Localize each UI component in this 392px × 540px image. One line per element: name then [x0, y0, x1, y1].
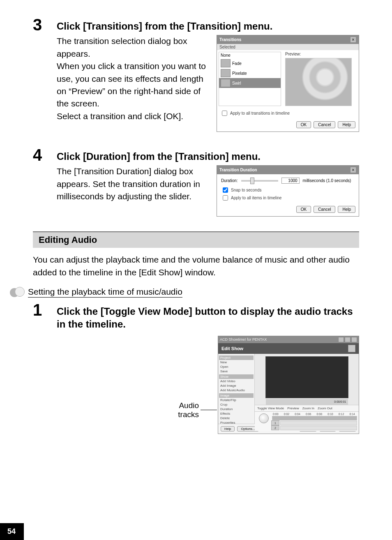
- ruler-tick: 0:12: [339, 413, 344, 415]
- step-title: Click [Duration] from the [Transition] m…: [57, 150, 359, 163]
- sidebar-item-effects[interactable]: Effects: [219, 411, 254, 416]
- sidebar-item-save[interactable]: Save: [219, 369, 254, 374]
- section-intro: You can adjust the playback time and the…: [33, 254, 359, 279]
- preview-image: [265, 356, 348, 398]
- close-icon[interactable]: [351, 337, 357, 342]
- checkbox-input[interactable]: [222, 111, 227, 116]
- transition-list[interactable]: None Fade Pixelate: [219, 52, 281, 106]
- preview-pane: Preview:: [285, 52, 352, 106]
- step-row: The [Transition Duration] dialog box app…: [57, 165, 359, 217]
- cancel-button[interactable]: Cancel: [314, 206, 335, 213]
- duration-input[interactable]: 1000: [281, 178, 300, 184]
- help-button[interactable]: Help: [221, 426, 235, 432]
- subheading-row: Setting the playback time of music/audio: [33, 287, 359, 298]
- subheading: Setting the playback time of music/audio: [28, 287, 182, 298]
- apply-all-checkbox[interactable]: Apply to all transitions in timeline: [220, 109, 290, 117]
- sidebar-item-new[interactable]: New: [219, 360, 254, 365]
- page-number: 54: [0, 523, 24, 540]
- transition-item-none[interactable]: None: [219, 52, 281, 58]
- playtime: 0:00/0:01: [334, 400, 346, 403]
- playbar[interactable]: 0:00/0:01: [266, 399, 348, 405]
- video-track-bar[interactable]: [272, 416, 357, 420]
- sidebar-item-delete[interactable]: Delete: [219, 416, 254, 420]
- step-body: Click [Transitions] from the [Transition…: [57, 16, 359, 132]
- document-page: 3 Click [Transitions] from the [Transiti…: [0, 0, 392, 540]
- sidebar-item-crop[interactable]: Crop: [219, 402, 254, 407]
- sidebar-item-addimage[interactable]: Add Image: [219, 383, 254, 388]
- ok-button[interactable]: OK: [296, 121, 311, 128]
- sidebar-item-duration[interactable]: Duration: [219, 407, 254, 411]
- sidebar-group-project: Project: [219, 355, 254, 360]
- dialog-buttons: OK Cancel Help: [217, 203, 359, 216]
- maximize-icon[interactable]: [345, 337, 350, 342]
- ruler-tick: 0:00: [273, 413, 279, 415]
- app-title: ACD Showtime! for PENTAX: [220, 337, 267, 342]
- header-icon[interactable]: [348, 345, 355, 352]
- minimize-icon[interactable]: [338, 337, 344, 342]
- video-track[interactable]: [271, 416, 357, 420]
- footer-left: Help Options...: [221, 426, 259, 432]
- help-button[interactable]: Help: [338, 121, 355, 128]
- transition-item-swirl[interactable]: Swirl: [219, 78, 281, 88]
- ruler-tick: 0:06: [306, 413, 311, 415]
- step-4: 4 Click [Duration] from the [Transition]…: [33, 147, 359, 217]
- window-buttons: [338, 337, 357, 342]
- timeline-ruler: 0:00 0:02 0:04 0:06 0:08 0:10 0:12 0:14: [271, 413, 357, 415]
- sidebar-item-rotate[interactable]: Rotate/Flip: [219, 398, 254, 402]
- audio-track-bar[interactable]: [280, 426, 357, 430]
- preview-button[interactable]: Preview: [287, 406, 299, 410]
- sidebar: Project New Open Save Show Add Video Add…: [218, 354, 255, 424]
- ruler-tick: 0:02: [284, 413, 290, 415]
- audio-track-2[interactable]: 2: [271, 426, 357, 430]
- help-button[interactable]: Help: [338, 206, 355, 213]
- checkbox-input[interactable]: [223, 187, 228, 193]
- sidebar-item-addvideo[interactable]: Add Video: [219, 379, 254, 383]
- sidebar-item-properties[interactable]: Properties: [219, 420, 254, 424]
- header-title: Edit Show: [221, 346, 243, 351]
- audio-track-1[interactable]: 1: [271, 421, 357, 425]
- transition-label: Pixelate: [232, 71, 247, 76]
- dialog-section-label: Selected: [217, 44, 359, 50]
- audio-track-bar[interactable]: [280, 421, 357, 425]
- snap-checkbox[interactable]: Snap to seconds: [221, 186, 262, 194]
- ruler-tick: 0:08: [317, 413, 323, 415]
- duration-slider[interactable]: [241, 180, 278, 182]
- sidebar-item-open[interactable]: Open: [219, 365, 254, 369]
- checkbox-label: Apply to all items in timeline: [231, 196, 281, 200]
- duration-dialog: Transition Duration × Duration: 1000 mil…: [217, 165, 359, 217]
- cancel-button[interactable]: Cancel: [314, 121, 335, 128]
- step-title: Click the [Toggle View Mode] button to d…: [57, 305, 359, 330]
- step-text: The [Transition Duration] dialog box app…: [57, 165, 209, 203]
- dialog-titlebar: Transitions ×: [217, 35, 359, 44]
- dialog-title: Transitions: [219, 37, 241, 42]
- toggle-view-button[interactable]: Toggle View Mode: [257, 406, 284, 410]
- sidebar-item-addmusic[interactable]: Add Music/Audio: [219, 388, 254, 392]
- step-number: 1: [33, 302, 57, 318]
- timeline-dial: [256, 413, 271, 424]
- slider-knob-icon[interactable]: [250, 178, 254, 184]
- close-icon[interactable]: ×: [350, 37, 356, 43]
- zoom-out-button[interactable]: Zoom Out: [318, 406, 332, 410]
- timeline: 0:00 0:02 0:04 0:06 0:08 0:10 0:12 0:14: [255, 412, 359, 431]
- audio-tracks-callout: Audio tracks: [178, 401, 217, 419]
- transition-item-fade[interactable]: Fade: [219, 58, 281, 68]
- step-body: Click the [Toggle View Mode] button to d…: [57, 302, 359, 434]
- zoom-in-button[interactable]: Zoom In: [302, 406, 314, 410]
- ok-button[interactable]: OK: [296, 206, 311, 213]
- transition-label: Swirl: [232, 81, 241, 85]
- dialog-body: Duration: 1000 milliseconds (1.0 seconds…: [217, 174, 359, 203]
- callout-line: [201, 410, 217, 410]
- step-1: 1 Click the [Toggle View Mode] button to…: [33, 302, 359, 434]
- transition-thumb-icon: [221, 69, 231, 77]
- transition-item-pixelate[interactable]: Pixelate: [219, 68, 281, 78]
- dialog-body: None Fade Pixelate: [217, 50, 359, 108]
- checkbox-label: Apply to all transitions in timeline: [230, 111, 290, 115]
- step-title: Click [Transitions] from the [Transition…: [57, 20, 359, 32]
- dial-icon[interactable]: [259, 413, 269, 423]
- checkbox-input[interactable]: [223, 195, 228, 201]
- close-icon[interactable]: ×: [350, 167, 356, 173]
- step-row: The transition selection dialog box appe…: [57, 35, 359, 132]
- dialog-buttons: OK Cancel Help: [217, 119, 359, 132]
- preview-label: Preview:: [285, 52, 352, 56]
- apply-all-checkbox[interactable]: Apply to all items in timeline: [221, 194, 281, 202]
